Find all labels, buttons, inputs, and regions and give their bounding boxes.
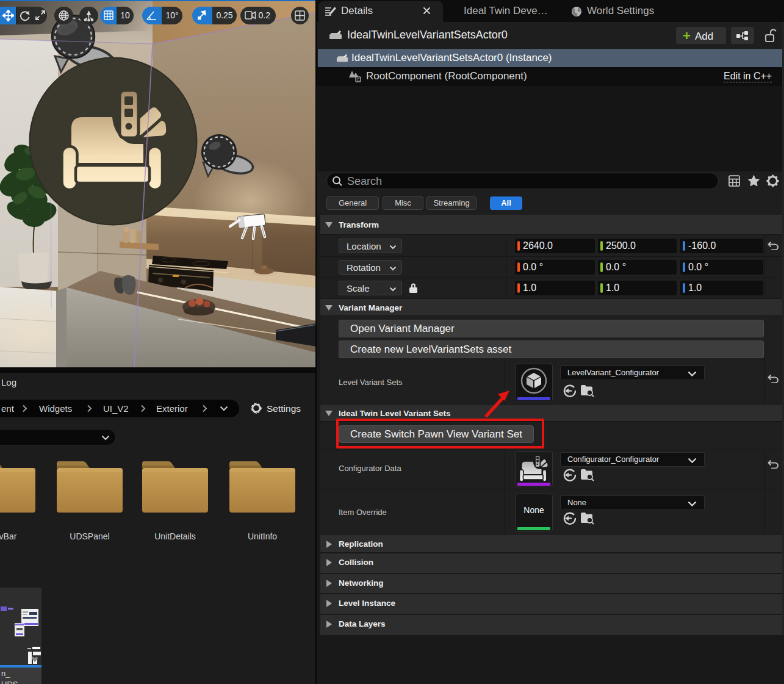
svg-text:C: C <box>357 77 361 82</box>
